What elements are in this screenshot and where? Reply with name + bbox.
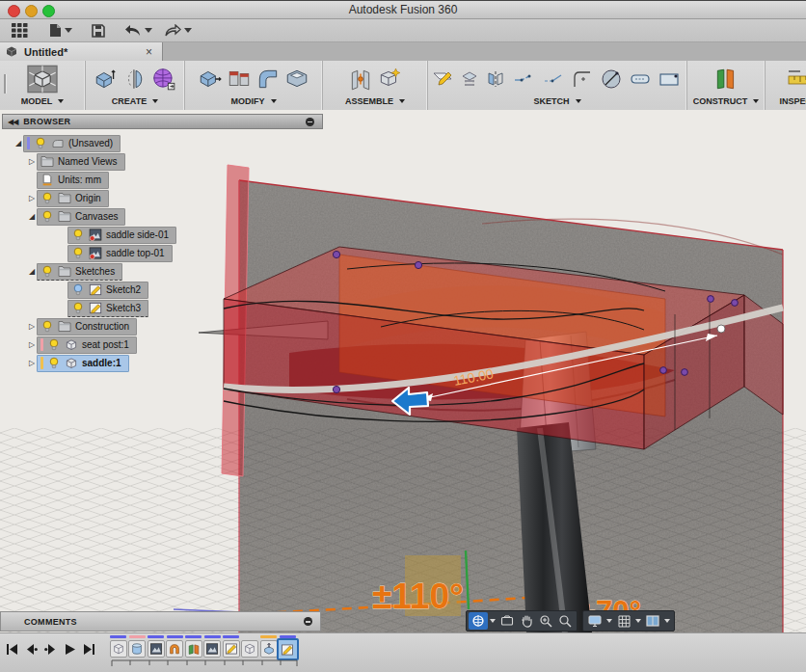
canvas-feature-icon[interactable]: [148, 640, 165, 658]
extrude-feature-icon[interactable]: [260, 640, 278, 658]
sketch-label[interactable]: SKETCH: [533, 96, 569, 106]
apps-grid-icon[interactable]: [12, 23, 28, 38]
tree-node-chip[interactable]: Units: mm: [37, 172, 109, 189]
timeline-feature-cylinder[interactable]: [129, 635, 146, 658]
tree-node-chip[interactable]: seat post:1: [37, 336, 137, 354]
selected-sketch-point[interactable]: [717, 325, 725, 333]
assemble-label[interactable]: ASSEMBLE: [345, 96, 393, 106]
shell-icon[interactable]: [284, 67, 309, 92]
browser-item-named-views[interactable]: ▷Named Views: [6, 152, 314, 171]
workspace-selector[interactable]: MODEL: [0, 61, 86, 110]
canvas-feature-icon[interactable]: [203, 640, 221, 658]
sketch-fillet-icon[interactable]: [571, 67, 596, 91]
skip-start-icon[interactable]: [6, 643, 18, 656]
save-icon[interactable]: [92, 24, 105, 38]
press-pull-icon[interactable]: [198, 67, 223, 92]
grid-settings-icon[interactable]: [614, 612, 633, 630]
tree-node-chip[interactable]: Sketch3: [67, 300, 148, 317]
tree-node-chip[interactable]: Origin: [37, 190, 109, 207]
display-settings-icon[interactable]: [585, 612, 604, 630]
measure-icon[interactable]: [787, 67, 806, 91]
timeline-feature-extrude[interactable]: [260, 635, 277, 658]
grid-dropdown-icon[interactable]: [635, 619, 641, 623]
new-component-icon[interactable]: [377, 67, 402, 92]
look-at-icon[interactable]: [497, 612, 517, 630]
slot-icon[interactable]: [629, 67, 654, 91]
project-geometry-icon[interactable]: [459, 67, 482, 91]
browser-item-canvases[interactable]: ◢Canvases: [6, 207, 314, 226]
tree-expand-icon[interactable]: ▷: [27, 194, 37, 202]
timeline-feature-canvas[interactable]: [148, 635, 164, 658]
create-label[interactable]: CREATE: [112, 96, 147, 106]
tree-expand-icon[interactable]: ◢: [27, 267, 37, 276]
construction-line-icon[interactable]: [542, 67, 567, 91]
tree-node-chip[interactable]: Canvases: [37, 208, 125, 226]
tree-expand-icon[interactable]: ◢: [13, 139, 23, 148]
modify-label[interactable]: MODIFY: [231, 96, 265, 106]
comments-panel-header[interactable]: COMMENTS: [0, 611, 321, 632]
undo-button[interactable]: [124, 24, 152, 37]
mirror-icon[interactable]: [486, 67, 509, 91]
redo-button[interactable]: [164, 24, 192, 37]
construct-label[interactable]: CONSTRUCT: [693, 96, 748, 106]
cube-feature-icon[interactable]: [110, 640, 127, 658]
browser-panel-header[interactable]: ◀◀ BROWSER: [2, 114, 323, 129]
orbit-dropdown-icon[interactable]: [490, 619, 496, 623]
timeline-feature-sketch[interactable]: [280, 635, 296, 660]
joint-icon[interactable]: [348, 67, 373, 92]
tree-expand-icon[interactable]: ▷: [27, 359, 37, 367]
construction-plane-icon[interactable]: [713, 67, 739, 92]
sketch-feature-icon[interactable]: [223, 640, 240, 658]
tree-node-chip[interactable]: Sketch2: [67, 282, 148, 299]
sketch-feature-icon[interactable]: [277, 638, 299, 660]
timeline-feature-cube[interactable]: [242, 635, 258, 658]
browser-item-seat-post-1[interactable]: ▷seat post:1: [6, 336, 314, 354]
browser-item-saddle-1[interactable]: ▷saddle:1: [6, 354, 314, 372]
tree-node-chip[interactable]: Sketches: [37, 263, 122, 281]
line-icon[interactable]: [513, 67, 538, 91]
browser-item-unsaved[interactable]: ◢(Unsaved): [6, 134, 314, 152]
play-icon[interactable]: [64, 643, 76, 656]
tree-expand-icon[interactable]: ▷: [27, 157, 37, 166]
browser-item-saddle-side-01[interactable]: saddle side-01: [6, 226, 314, 244]
tree-node-chip[interactable]: saddle top-01: [67, 245, 173, 262]
tree-expand-icon[interactable]: ▷: [27, 340, 37, 349]
viewports-icon[interactable]: [643, 612, 662, 630]
create-sketch-icon[interactable]: [432, 67, 455, 91]
tree-expand-icon[interactable]: ▷: [27, 322, 37, 331]
display-dropdown-icon[interactable]: [606, 619, 612, 623]
extrude-icon[interactable]: [94, 67, 119, 92]
step-forward-icon[interactable]: [44, 643, 57, 656]
cube-feature-icon[interactable]: [241, 640, 258, 658]
cylinder-feature-icon[interactable]: [128, 640, 146, 658]
rectangle-icon[interactable]: [658, 67, 683, 91]
tree-node-chip[interactable]: Named Views: [37, 153, 125, 171]
comments-options-icon[interactable]: [304, 617, 312, 626]
zoom-icon[interactable]: [536, 612, 555, 630]
panel-options-icon[interactable]: [306, 118, 314, 126]
create-form-icon[interactable]: [151, 67, 176, 92]
tab-untitled[interactable]: Untitled* ×: [0, 42, 163, 61]
browser-item-units-mm[interactable]: Units: mm: [6, 171, 314, 189]
viewports-dropdown-icon[interactable]: [664, 619, 670, 623]
timeline-feature-canvas[interactable]: [204, 635, 221, 658]
tab-close-icon[interactable]: ×: [146, 46, 152, 58]
plane-feature-icon[interactable]: [185, 640, 202, 658]
file-menu-button[interactable]: [49, 23, 72, 38]
browser-item-origin[interactable]: ▷Origin: [6, 189, 314, 207]
form-feature-icon[interactable]: [166, 640, 183, 658]
step-back-icon[interactable]: [25, 643, 38, 656]
tree-node-chip[interactable]: saddle side-01: [67, 227, 176, 244]
timeline-feature-cube[interactable]: [110, 635, 126, 658]
browser-item-sketch2[interactable]: Sketch2: [6, 281, 314, 299]
orbit-icon[interactable]: [469, 612, 488, 630]
timeline-feature-sketch[interactable]: [223, 635, 239, 658]
timeline-ruler[interactable]: [108, 659, 310, 668]
revolve-icon[interactable]: [122, 67, 148, 92]
tree-node-chip[interactable]: Construction: [37, 318, 137, 336]
inspect-label[interactable]: INSPECT: [779, 96, 806, 106]
collapse-panel-icon[interactable]: ◀◀: [8, 118, 17, 126]
browser-item-saddle-top-01[interactable]: saddle top-01: [6, 244, 314, 262]
timeline-feature-form[interactable]: [167, 635, 183, 658]
tree-expand-icon[interactable]: ◢: [27, 212, 37, 221]
